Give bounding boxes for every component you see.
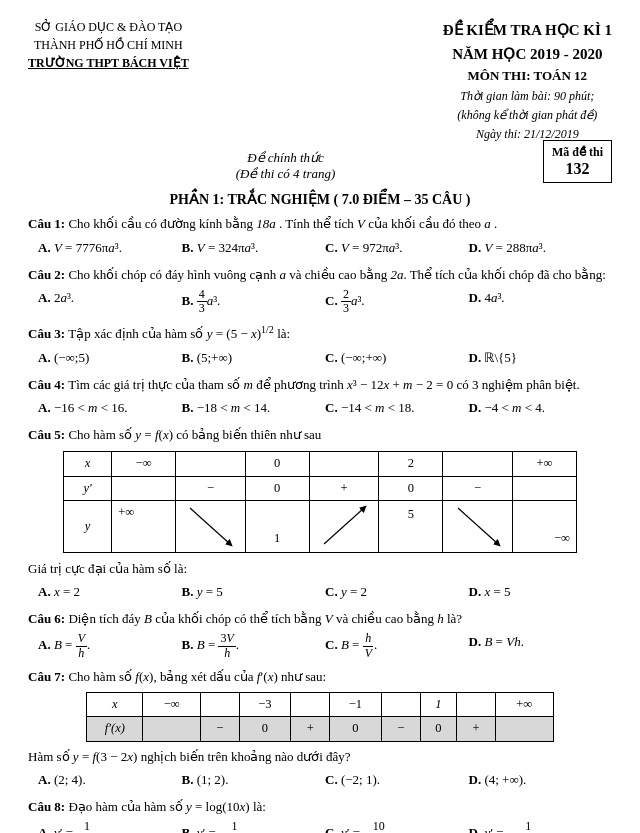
q7-answer-c: C. (−2; 1).	[325, 770, 469, 790]
q6-answer-c: C. B = hV.	[325, 632, 469, 659]
q5-answer-a: A. x = 2	[38, 582, 182, 602]
svg-line-2	[458, 508, 498, 544]
question-7: Câu 7: Cho hàm số f(x), bảng xét dấu của…	[28, 667, 612, 790]
exam-info: ĐỀ KIỂM TRA HỌC KÌ 1 NĂM HỌC 2019 - 2020…	[443, 18, 612, 144]
school-name: TRƯỜNG THPT BÁCH VIỆT	[28, 54, 189, 72]
exam-time1: Thời gian làm bài: 90 phút;	[443, 87, 612, 106]
q6-answer-d: D. B = Vh.	[469, 632, 613, 659]
q3-answer-a: A. (−∞;5)	[38, 348, 182, 368]
question-5: Câu 5: Cho hàm số y = f(x) có bảng biến …	[28, 425, 612, 602]
q6-answer-a: A. B = Vh.	[38, 632, 182, 659]
q3-answer-d: D. ℝ\{5}	[469, 348, 613, 368]
question-8: Câu 8: Đạo hàm của hàm số y = log(10x) l…	[28, 797, 612, 833]
q8-answer-d: D. y′ = 110xln10	[469, 820, 613, 833]
q5-answer-b: B. y = 5	[182, 582, 326, 602]
exam-title: ĐỀ KIỂM TRA HỌC KÌ 1	[443, 18, 612, 42]
exam-subject: MÔN THI: TOÁN 12	[443, 66, 612, 87]
section-title: PHẦN 1: TRẮC NGHIỆM ( 7.0 Điểm – 35 Câu …	[28, 191, 612, 208]
question-1: Câu 1: Cho khối cầu có đường kính bằng 1…	[28, 214, 612, 257]
school-info: SỞ GIÁO DỤC & ĐÀO TẠO THÀNH PHỐ HỒ CHÍ M…	[28, 18, 189, 72]
q7-answer-b: B. (1; 2).	[182, 770, 326, 790]
q1-answer-d: D. V = 288πa³.	[469, 238, 613, 258]
ma-de-label: Mã đề thi	[552, 145, 603, 160]
q1-answer-a: A. V = 7776πa³.	[38, 238, 182, 258]
q2-answer-b: B. 43a³.	[182, 288, 326, 315]
q6-answer-b: B. B = 3Vh.	[182, 632, 326, 659]
q3-answer-b: B. (5;+∞)	[182, 348, 326, 368]
ma-de-box: Mã đề thi 132	[543, 140, 612, 183]
q2-answer-d: D. 4a³.	[469, 288, 613, 315]
exam-time2: (không kể thời gian phát đề)	[443, 106, 612, 125]
q7-note: Hàm số y = f(3 − 2x) nghịch biến trên kh…	[28, 747, 612, 767]
q2-answer-c: C. 23a³.	[325, 288, 469, 315]
official-label: Đề chính thức	[28, 150, 543, 166]
q4-answer-d: D. −4 < m < 4.	[469, 398, 613, 418]
svg-line-1	[324, 508, 364, 544]
question-3: Câu 3: Tập xác định của hàm số y = (5 − …	[28, 322, 612, 368]
ministry-line: SỞ GIÁO DỤC & ĐÀO TẠO	[28, 18, 189, 36]
q1-answer-b: B. V = 324πa³.	[182, 238, 326, 258]
q5-answer-d: D. x = 5	[469, 582, 613, 602]
q2-answer-a: A. 2a³.	[38, 288, 182, 315]
q7-answer-a: A. (2; 4).	[38, 770, 182, 790]
page-count: (Đề thi có 4 trang)	[28, 166, 543, 182]
q4-answer-a: A. −16 < m < 16.	[38, 398, 182, 418]
question-4: Câu 4: Tìm các giá trị thực của tham số …	[28, 375, 612, 418]
q7-answer-d: D. (4; +∞).	[469, 770, 613, 790]
svg-line-0	[190, 508, 230, 544]
q4-answer-c: C. −14 < m < 18.	[325, 398, 469, 418]
q8-answer-b: B. y′ = 1xln10	[182, 820, 326, 833]
city-line: THÀNH PHỐ HỒ CHÍ MINH	[28, 36, 189, 54]
q3-answer-c: C. (−∞;+∞)	[325, 348, 469, 368]
ma-de-value: 132	[552, 160, 603, 178]
q4-answer-b: B. −18 < m < 14.	[182, 398, 326, 418]
q5-answer-c: C. y = 2	[325, 582, 469, 602]
variation-table: x −∞ 0 2 +∞ y' − 0 + 0 − y +∞	[63, 451, 577, 553]
question-2: Câu 2: Cho khối chóp có đáy hình vuông c…	[28, 265, 612, 316]
question-6: Câu 6: Diện tích đáy B của khối chóp có …	[28, 609, 612, 660]
q8-answer-c: C. y′ = 10xln10	[325, 820, 469, 833]
exam-year: NĂM HỌC 2019 - 2020	[443, 42, 612, 66]
q1-answer-c: C. V = 972πa³.	[325, 238, 469, 258]
q5-note: Giá trị cực đại của hàm số là:	[28, 559, 612, 579]
page-header: SỞ GIÁO DỤC & ĐÀO TẠO THÀNH PHỐ HỒ CHÍ M…	[28, 18, 612, 144]
sign-table: x −∞ −3 −1 1 +∞ f′(x) − 0 + 0 − 0 +	[86, 692, 553, 742]
q8-answer-a: A. y′ = 110x	[38, 820, 182, 833]
